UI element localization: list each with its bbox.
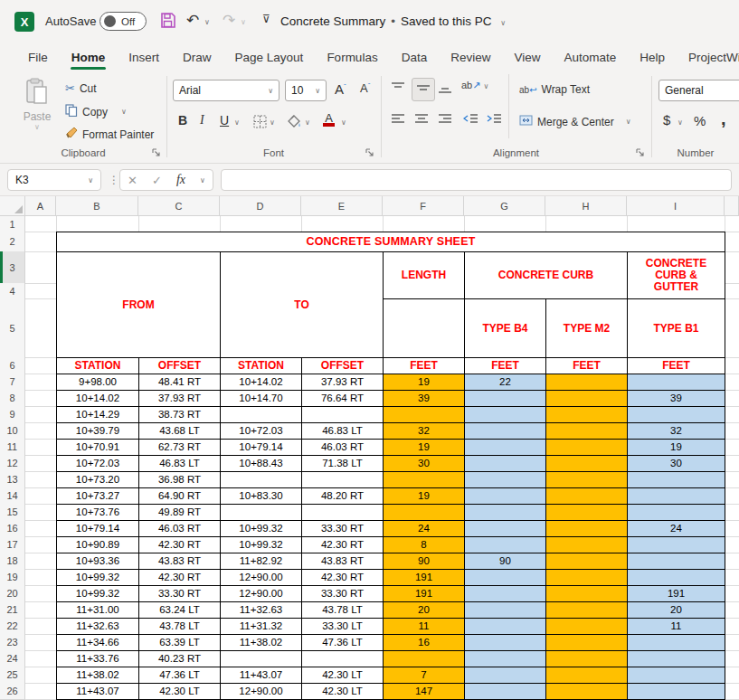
column-header-partial[interactable]: [725, 196, 739, 216]
align-right-button[interactable]: [438, 113, 452, 129]
cell-D25[interactable]: 11+43.07: [220, 667, 302, 684]
tab-data[interactable]: Data: [390, 43, 440, 71]
cell-E11[interactable]: 46.03 RT: [301, 439, 384, 456]
cell-I10[interactable]: 32: [627, 422, 725, 440]
cell-I25[interactable]: [627, 667, 725, 684]
decrease-font-size-button[interactable]: Aˇ: [360, 81, 370, 95]
cell-B7[interactable]: 9+98.00: [56, 374, 139, 391]
underline-dropdown-icon[interactable]: ∨: [234, 118, 240, 127]
cell-H11[interactable]: [545, 439, 628, 456]
cell-I19[interactable]: [627, 569, 725, 586]
header-sub-5[interactable]: FEET: [464, 357, 546, 374]
cell-G22[interactable]: [464, 618, 546, 635]
bottom-align-button[interactable]: [438, 81, 452, 98]
row-header-24[interactable]: 24: [0, 650, 25, 667]
tab-formulas[interactable]: Formulas: [315, 43, 389, 71]
cell-D20[interactable]: 12+90.00: [220, 585, 302, 602]
cell-G7[interactable]: 22: [464, 374, 546, 391]
cell-D11[interactable]: 10+79.14: [220, 439, 302, 456]
header-length[interactable]: LENGTH: [383, 251, 465, 299]
cell-B13[interactable]: 10+73.20: [56, 471, 139, 488]
tab-insert[interactable]: Insert: [117, 43, 171, 71]
cell-C19[interactable]: 42.30 RT: [138, 569, 221, 586]
cell-E16[interactable]: 33.30 RT: [301, 520, 384, 537]
cell-H14[interactable]: [545, 487, 628, 505]
cell-F9[interactable]: [383, 406, 465, 423]
cell-I12[interactable]: 30: [627, 455, 725, 472]
top-align-button[interactable]: [391, 81, 405, 98]
cell-H7[interactable]: [545, 374, 628, 391]
select-all-corner[interactable]: [0, 196, 25, 216]
cell-F16[interactable]: 24: [383, 520, 465, 537]
cell-G15[interactable]: [464, 504, 546, 521]
cell-B24[interactable]: 11+33.76: [56, 650, 139, 667]
cell-F20[interactable]: 191: [383, 585, 465, 602]
row-header-12[interactable]: 12: [0, 455, 25, 472]
cell-C17[interactable]: 42.30 RT: [138, 536, 221, 553]
cell-C7[interactable]: 48.41 RT: [138, 374, 221, 391]
row-header-4[interactable]: 4: [0, 283, 25, 299]
cell-E7[interactable]: 37.93 RT: [301, 374, 384, 391]
header-concrete-curb-gutter[interactable]: CONCRETE CURB & GUTTER: [627, 251, 725, 299]
row-header-3[interactable]: 3: [0, 251, 25, 284]
cell-G9[interactable]: [464, 406, 546, 423]
cell-D26[interactable]: 12+90.00: [220, 683, 302, 700]
cell-F15[interactable]: [383, 504, 465, 521]
cell-B21[interactable]: 11+31.00: [56, 601, 139, 619]
cell-B14[interactable]: 10+73.27: [56, 487, 139, 505]
cell-G18[interactable]: 90: [464, 553, 546, 570]
cell-E8[interactable]: 76.64 RT: [301, 390, 384, 407]
column-header-I[interactable]: I: [627, 196, 725, 216]
cell-I18[interactable]: [627, 553, 725, 570]
row-header-2[interactable]: 2: [0, 232, 25, 252]
clipboard-dialog-launcher-icon[interactable]: [152, 148, 161, 157]
cell-E19[interactable]: 42.30 RT: [301, 569, 384, 586]
cell-I9[interactable]: [627, 406, 725, 423]
cell-G13[interactable]: [464, 471, 546, 488]
cell-H10[interactable]: [545, 422, 628, 440]
row-header-10[interactable]: 10: [0, 422, 25, 440]
cell-B26[interactable]: 11+43.07: [56, 683, 139, 700]
row-header-11[interactable]: 11: [0, 439, 25, 456]
cell-C16[interactable]: 46.03 RT: [138, 520, 221, 537]
cell-H13[interactable]: [545, 471, 628, 488]
name-box[interactable]: K3 ∨: [7, 169, 101, 191]
cell-D10[interactable]: 10+72.03: [220, 422, 302, 440]
cell-G12[interactable]: [464, 455, 546, 472]
cell-G23[interactable]: [464, 634, 546, 651]
row-header-5[interactable]: 5: [0, 298, 25, 358]
cell-C8[interactable]: 37.93 RT: [138, 390, 221, 407]
column-header-H[interactable]: H: [545, 196, 627, 216]
font-dialog-launcher-icon[interactable]: [365, 148, 374, 157]
cell-C24[interactable]: 40.23 RT: [138, 650, 221, 667]
row-header-14[interactable]: 14: [0, 487, 25, 505]
tab-file[interactable]: File: [16, 43, 60, 71]
cell-B15[interactable]: 10+73.76: [56, 504, 139, 521]
italic-button[interactable]: I: [200, 113, 204, 128]
orientation-button[interactable]: ab↗∨: [461, 80, 488, 91]
cell-F7[interactable]: 19: [383, 374, 465, 391]
cell-E18[interactable]: 43.83 RT: [301, 553, 384, 570]
column-header-F[interactable]: F: [383, 196, 464, 216]
row-header-13[interactable]: 13: [0, 471, 25, 488]
column-header-B[interactable]: B: [56, 196, 138, 216]
header-type-m2[interactable]: TYPE M2: [545, 298, 628, 358]
cell-B18[interactable]: 10+93.36: [56, 553, 139, 570]
cell-G24[interactable]: [464, 650, 546, 667]
cell-I23[interactable]: [627, 634, 725, 651]
cell-G20[interactable]: [464, 585, 546, 602]
cell-I7[interactable]: [627, 374, 725, 391]
cell-D9[interactable]: [220, 406, 302, 423]
cell-F14[interactable]: 19: [383, 487, 465, 505]
header-length-sub-empty[interactable]: [383, 298, 465, 358]
currency-format-button[interactable]: $: [663, 112, 670, 128]
cell-D24[interactable]: [220, 650, 302, 667]
tab-review[interactable]: Review: [439, 43, 502, 71]
cell-B23[interactable]: 11+34.66: [56, 634, 139, 651]
cell-F21[interactable]: 20: [383, 601, 465, 619]
cell-E15[interactable]: [301, 504, 384, 521]
excel-app-icon[interactable]: X: [14, 12, 34, 32]
autosave-toggle[interactable]: Off: [99, 12, 147, 31]
cell-H20[interactable]: [545, 585, 628, 602]
tab-automate[interactable]: Automate: [552, 43, 628, 71]
